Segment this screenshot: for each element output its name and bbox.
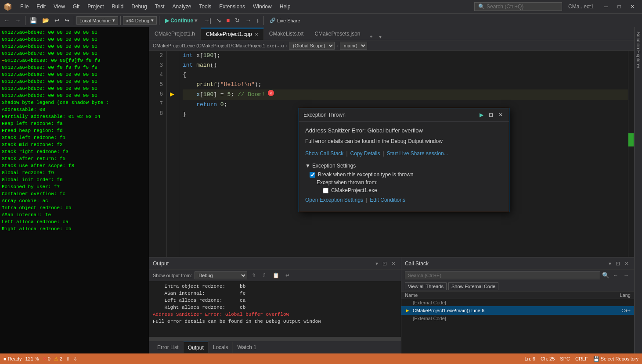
global-search-input[interactable]	[487, 4, 548, 10]
menu-help[interactable]: Help	[276, 3, 294, 11]
menu-view[interactable]: View	[50, 3, 69, 11]
tab-output[interactable]: Output	[184, 342, 209, 353]
tab-cmake-cpp[interactable]: CMakeProject1.cpp ✕	[201, 28, 264, 40]
exc-exe-checkbox[interactable]: CMakeProject1.exe	[305, 187, 503, 193]
exc-break-checkbox[interactable]: Break when this exception type is thrown	[305, 171, 503, 178]
callstack-search-button[interactable]: 🔍	[602, 272, 610, 278]
break-checkbox-input[interactable]	[310, 172, 315, 178]
triangle-icon: ▼	[305, 163, 310, 169]
callstack-pin-button[interactable]: ▾	[607, 260, 613, 268]
show-callstack-link[interactable]: Show Call Stack	[305, 150, 343, 157]
x64-debug-dropdown[interactable]: x64 Debug ▾	[123, 16, 157, 25]
callstack-dock-button[interactable]: ⊡	[614, 260, 622, 268]
restart-button[interactable]: ↻	[233, 16, 242, 25]
global-search-box[interactable]: 🔍	[474, 2, 562, 11]
save-button[interactable]: 💾	[28, 16, 39, 25]
output-content[interactable]: Intra object redzone: bb ASan internal: …	[149, 281, 401, 337]
status-repo[interactable]: 💾 Select Repository	[593, 356, 638, 362]
editor-scrollbar[interactable]	[628, 51, 634, 257]
menu-edit[interactable]: Edit	[33, 3, 49, 11]
debug-nav1[interactable]: →	[243, 16, 253, 25]
callstack-search-input[interactable]	[405, 271, 600, 279]
memory-line: 0x1275a64bd690: 00 f9 f9 f9 f9 f9	[2, 64, 147, 71]
redo-button[interactable]: ↪	[62, 16, 72, 25]
maximize-button[interactable]: □	[613, 2, 625, 11]
forward-button[interactable]: →	[13, 16, 23, 25]
menu-test[interactable]: Test	[151, 3, 168, 11]
output-source-select[interactable]: Debug	[195, 271, 247, 279]
output-copy-btn[interactable]: 📋	[271, 271, 281, 279]
callstack-nav-back[interactable]: ←	[611, 271, 620, 279]
close-button[interactable]: ✕	[626, 2, 638, 11]
menu-extensions[interactable]: Extensions	[216, 3, 249, 11]
output-scroll-up[interactable]: ⇧	[250, 271, 258, 279]
output-line: Full error details can be found in the D…	[153, 318, 397, 325]
output-pin-button[interactable]: ▾	[374, 260, 380, 268]
menu-build[interactable]: Build	[108, 3, 127, 11]
status-down-arrow[interactable]: ⇩	[73, 356, 77, 362]
stop-button[interactable]: ■	[224, 16, 232, 25]
chevron-down-icon3: ▾	[195, 18, 197, 24]
menu-analyze[interactable]: Analyze	[169, 3, 195, 11]
undo-button[interactable]: ↩	[52, 16, 61, 25]
view-all-threads-button[interactable]: View all Threads	[405, 282, 447, 290]
function-select[interactable]: main()	[340, 42, 367, 50]
code-line-2: int x[100];	[183, 51, 631, 61]
close-tab-cmake-cpp[interactable]: ✕	[255, 32, 258, 37]
output-scroll-down[interactable]: ⇩	[260, 271, 268, 279]
menu-file[interactable]: File	[17, 3, 32, 11]
output-dock-button[interactable]: ⊡	[381, 260, 389, 268]
tab-locals[interactable]: Locals	[209, 342, 233, 353]
menu-debug[interactable]: Debug	[128, 3, 150, 11]
live-share-button[interactable]: 🔗 Live Share	[266, 17, 304, 24]
add-tab-button[interactable]: +	[366, 34, 376, 40]
popup-play-button[interactable]: ▶	[478, 111, 485, 119]
tab-cmake-presets[interactable]: CMakePresets.json	[309, 28, 366, 40]
minimize-button[interactable]: ─	[600, 2, 612, 11]
callstack-row-main[interactable]: ► CMakeProject1.exe!main() Line 6 C++	[401, 306, 634, 315]
menu-tools[interactable]: Tools	[195, 3, 215, 11]
callstack-close-button[interactable]: ✕	[623, 260, 631, 268]
step-over-button[interactable]: →|	[202, 16, 213, 25]
title-bar: 📦 File Edit View Git Project Build Debug…	[0, 0, 642, 13]
start-live-share-link[interactable]: Start Live Share session...	[387, 150, 448, 157]
output-wrap-btn[interactable]: ↵	[284, 271, 292, 279]
menu-window[interactable]: Window	[249, 3, 275, 11]
menu-project[interactable]: Project	[84, 3, 107, 11]
right-sidebar: Solution Explorer	[634, 27, 642, 353]
output-scrollbar-h[interactable]	[149, 337, 401, 341]
tab-watch1[interactable]: Watch 1	[233, 342, 261, 353]
code-line-4: {	[183, 70, 631, 80]
x64-debug-label: x64 Debug	[126, 18, 149, 23]
chevron-down-icon: ▾	[112, 18, 115, 23]
tb-sep2	[74, 16, 74, 25]
tab-error-list[interactable]: Error List	[153, 342, 184, 353]
popup-close-button[interactable]: ✕	[497, 111, 505, 119]
popup-pin-button[interactable]: ⊡	[487, 111, 495, 119]
continue-button[interactable]: ▶ Continue ▾	[162, 17, 201, 25]
status-up-arrow[interactable]: ⇧	[66, 356, 70, 362]
error-icon: ✕	[43, 356, 47, 362]
open-exception-settings-link[interactable]: Open Exception Settings	[305, 197, 363, 203]
back-button[interactable]: ←	[2, 16, 12, 25]
tab-cmake-h[interactable]: CMakeProject1.h	[149, 28, 201, 40]
step-in-button[interactable]: ↘	[214, 16, 224, 25]
edit-conditions-link[interactable]: Edit Conditions	[370, 197, 405, 203]
show-external-code-button[interactable]: Show External Code	[448, 282, 498, 290]
scope-select[interactable]: (Global Scope)	[289, 42, 335, 50]
callstack-nav-fwd[interactable]: →	[622, 271, 631, 279]
scroll-indicator-bar	[628, 133, 634, 146]
tab-overflow-button[interactable]: ▾	[376, 34, 384, 40]
popup-header: Exception Thrown ▶ ⊡ ✕	[299, 108, 509, 122]
open-button[interactable]: 📂	[40, 16, 51, 25]
tab-cmake-lists[interactable]: CMakeLists.txt	[264, 28, 310, 40]
exe-checkbox-input[interactable]	[323, 188, 328, 193]
popup-body: Address Sanitizer Error: Global buffer o…	[299, 122, 509, 212]
output-close-button[interactable]: ✕	[390, 260, 397, 268]
menu-git[interactable]: Git	[69, 3, 83, 11]
solution-explorer-icon[interactable]: Solution Explorer	[635, 29, 642, 71]
debug-nav2[interactable]: ↓	[254, 16, 261, 25]
svg-text:✕: ✕	[270, 91, 272, 96]
copy-details-link[interactable]: Copy Details	[350, 150, 380, 157]
local-machine-dropdown[interactable]: Local Machine ▾	[76, 16, 118, 25]
